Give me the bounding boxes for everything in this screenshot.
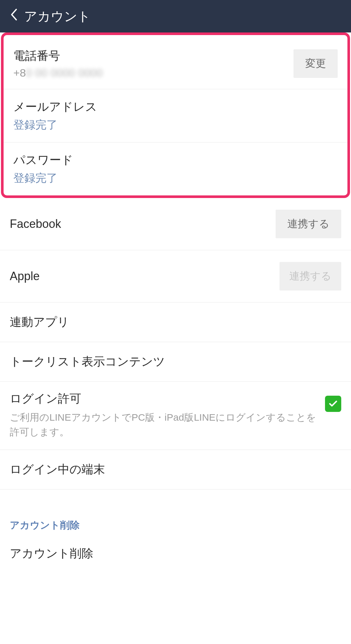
account-delete-row[interactable]: アカウント削除 — [0, 536, 351, 575]
back-arrow-icon[interactable] — [6, 8, 21, 24]
email-status: 登録完了 — [13, 118, 338, 132]
account-delete-label: アカウント削除 — [10, 546, 341, 562]
phone-row[interactable]: 電話番号 +80 00 0000 0000 変更 — [4, 35, 347, 89]
password-status: 登録完了 — [13, 171, 338, 186]
login-permission-checkbox[interactable] — [325, 396, 341, 412]
phone-label: 電話番号 — [13, 48, 293, 64]
login-permission-row[interactable]: ログイン許可 ご利用のLINEアカウントでPC版・iPad版LINEにログインす… — [0, 382, 351, 450]
linked-apps-label: 連動アプリ — [10, 314, 69, 330]
phone-change-button[interactable]: 変更 — [293, 49, 338, 78]
phone-value: 0 00 0000 0000 — [26, 67, 103, 79]
linked-apps-row[interactable]: 連動アプリ — [0, 303, 351, 342]
logged-devices-label: ログイン中の端末 — [10, 462, 105, 477]
talk-list-label: トークリスト表示コンテンツ — [10, 354, 165, 370]
password-row[interactable]: パスワード 登録完了 — [4, 142, 347, 195]
highlighted-section: 電話番号 +80 00 0000 0000 変更 メールアドレス 登録完了 パス… — [1, 32, 350, 198]
talk-list-row[interactable]: トークリスト表示コンテンツ — [0, 342, 351, 382]
password-label: パスワード — [13, 152, 338, 168]
login-permission-description: ご利用のLINEアカウントでPC版・iPad版LINEにログインすることを許可し… — [10, 410, 318, 439]
phone-prefix: +8 — [13, 67, 26, 79]
email-row[interactable]: メールアドレス 登録完了 — [4, 89, 347, 142]
facebook-label: Facebook — [10, 217, 61, 231]
account-delete-section-title: アカウント削除 — [0, 502, 351, 536]
email-label: メールアドレス — [13, 99, 338, 115]
facebook-row[interactable]: Facebook 連携する — [0, 198, 351, 250]
login-permission-label: ログイン許可 — [10, 391, 318, 407]
logged-devices-row[interactable]: ログイン中の端末 — [0, 450, 351, 489]
apple-row[interactable]: Apple 連携する — [0, 250, 351, 303]
facebook-link-button[interactable]: 連携する — [276, 210, 341, 238]
page-title: アカウント — [24, 7, 91, 25]
checkmark-icon — [328, 399, 338, 409]
apple-label: Apple — [10, 269, 40, 283]
header: アカウント — [0, 0, 351, 32]
apple-link-button[interactable]: 連携する — [280, 262, 341, 291]
